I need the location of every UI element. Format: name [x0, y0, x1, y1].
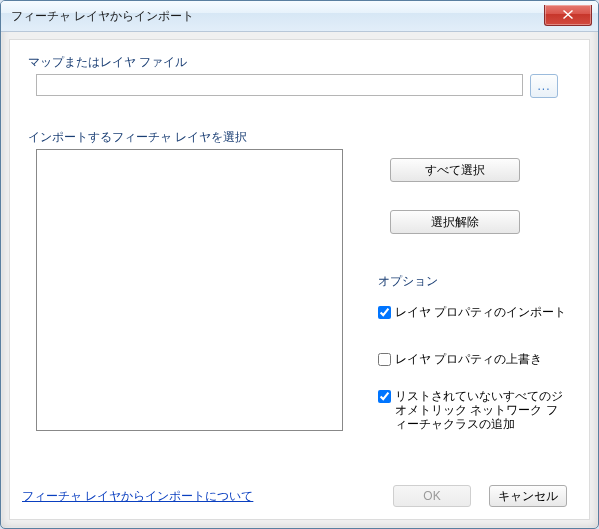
help-link[interactable]: フィーチャ レイヤからインポートについて	[22, 488, 253, 505]
add-unlisted-network-checkbox[interactable]	[378, 390, 391, 403]
browse-button[interactable]: ...	[530, 74, 558, 98]
ellipsis-icon: ...	[537, 79, 550, 93]
option-overwrite-properties: レイヤ プロパティの上書き	[378, 352, 542, 366]
import-properties-label[interactable]: レイヤ プロパティのインポート	[395, 305, 566, 319]
clear-selection-button[interactable]: 選択解除	[390, 210, 520, 234]
select-all-button[interactable]: すべて選択	[390, 158, 520, 182]
options-label: オプション	[378, 273, 438, 290]
close-button[interactable]	[544, 5, 592, 26]
add-unlisted-network-label[interactable]: リストされていないすべてのジオメトリック ネットワーク フィーチャクラスの追加	[395, 389, 568, 431]
client-area: マップまたはレイヤ ファイル ... インポートするフィーチャ レイヤを選択 す…	[9, 39, 590, 520]
layer-listbox[interactable]	[36, 149, 343, 431]
close-icon	[563, 10, 573, 19]
cancel-button[interactable]: キャンセル	[489, 485, 567, 507]
select-layers-label: インポートするフィーチャ レイヤを選択	[28, 129, 247, 146]
title-bar: フィーチャ レイヤからインポート	[1, 1, 598, 32]
overwrite-properties-label[interactable]: レイヤ プロパティの上書き	[395, 352, 542, 366]
import-properties-checkbox[interactable]	[378, 306, 391, 319]
window-title: フィーチャ レイヤからインポート	[11, 8, 194, 25]
ok-button: OK	[393, 485, 471, 507]
overwrite-properties-checkbox[interactable]	[378, 353, 391, 366]
dialog-window: フィーチャ レイヤからインポート マップまたはレイヤ ファイル ... インポー…	[0, 0, 599, 529]
option-import-properties: レイヤ プロパティのインポート	[378, 305, 566, 319]
map-file-input[interactable]	[36, 74, 523, 96]
option-add-unlisted-network: リストされていないすべてのジオメトリック ネットワーク フィーチャクラスの追加	[378, 389, 568, 431]
map-file-label: マップまたはレイヤ ファイル	[28, 54, 187, 71]
